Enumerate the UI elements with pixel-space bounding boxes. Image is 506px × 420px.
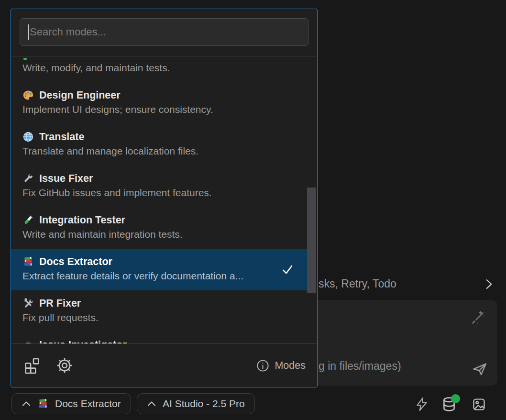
- mode-description: Extract feature details or verify docume…: [22, 270, 296, 282]
- mode-item-integration-tester[interactable]: Integration Tester Write and maintain in…: [11, 207, 307, 249]
- mode-description: Write and maintain integration tests.: [22, 228, 296, 241]
- palette-icon: [22, 89, 34, 101]
- chevron-right-icon[interactable]: [482, 276, 495, 292]
- scrollbar-thumb[interactable]: [307, 188, 316, 293]
- mode-picker-popover: Write, modify, and maintain tests. Desig…: [11, 9, 318, 387]
- mode-name: PR Fixer: [39, 298, 81, 309]
- model-pill-label: AI Studio - 2.5 Pro: [163, 398, 245, 409]
- mode-description: Implement UI designs; ensure consistency…: [22, 103, 296, 116]
- popover-footer: Modes: [11, 344, 317, 387]
- hammer-wrench-icon: [22, 298, 34, 309]
- mode-item-issue-fixer[interactable]: Issue Fixer Fix GitHub issues and implem…: [11, 166, 307, 207]
- chevron-up-icon: [147, 400, 156, 407]
- books-icon: [37, 398, 49, 409]
- chat-input[interactable]: g in files/images): [287, 300, 497, 386]
- mode-selector-pill[interactable]: Docs Extractor: [11, 393, 131, 414]
- enhance-prompt-wand-icon[interactable]: [470, 310, 486, 326]
- mode-item-clipped-top[interactable]: Write, modify, and maintain tests.: [11, 56, 307, 82]
- info-icon: [256, 359, 270, 373]
- auto-approve-lightning-icon[interactable]: [414, 396, 429, 412]
- model-selector-pill[interactable]: AI Studio - 2.5 Pro: [137, 393, 255, 414]
- mode-pill-label: Docs Extractor: [55, 398, 121, 409]
- mode-description: Fix GitHub issues and implement features…: [22, 187, 296, 199]
- mode-description: Fix pull requests.: [22, 311, 296, 324]
- detective-icon: [22, 339, 34, 344]
- gear-icon[interactable]: [55, 356, 74, 375]
- mode-item-translate[interactable]: Translate Translate and manage localizat…: [11, 124, 307, 166]
- status-dot: [451, 394, 460, 403]
- modes-label: Modes: [275, 360, 306, 372]
- app-window: sks, Retry, Todo g in files/images): [0, 0, 506, 420]
- mode-name: Translate: [39, 131, 84, 143]
- mode-item-docs-extractor[interactable]: Docs Extractor Extract feature details o…: [11, 249, 307, 290]
- context-condense-row[interactable]: sks, Retry, Todo: [306, 276, 497, 295]
- test-tube-icon: [22, 214, 34, 226]
- modes-info[interactable]: Modes: [256, 359, 306, 373]
- mode-description: Write, modify, and maintain tests.: [22, 62, 296, 74]
- globe-icon: [22, 131, 34, 143]
- send-icon[interactable]: [472, 361, 488, 377]
- search-field-wrap: [20, 18, 308, 46]
- mode-item-issue-investigator[interactable]: Issue Investigator: [11, 332, 307, 344]
- chat-input-placeholder: g in files/images): [319, 360, 401, 373]
- mode-name: Design Engineer: [39, 89, 121, 101]
- chevron-up-icon: [22, 400, 31, 407]
- mode-name: Issue Investigator: [39, 339, 127, 344]
- mode-description: Translate and manage localization files.: [22, 145, 296, 157]
- mode-list-scroll: Write, modify, and maintain tests. Desig…: [11, 56, 317, 344]
- marketplace-button[interactable]: [22, 356, 42, 375]
- mode-name: Docs Extractor: [39, 256, 112, 268]
- mode-item-pr-fixer[interactable]: PR Fixer Fix pull requests.: [11, 290, 307, 332]
- check-icon: [280, 262, 295, 276]
- mode-list: Write, modify, and maintain tests. Desig…: [11, 56, 317, 344]
- mode-name: Issue Fixer: [39, 173, 93, 185]
- mode-item-design-engineer[interactable]: Design Engineer Implement UI designs; en…: [11, 82, 307, 124]
- books-icon: [22, 256, 34, 267]
- mode-name: Integration Tester: [39, 214, 125, 226]
- wrench-icon: [22, 173, 34, 184]
- test-tube-icon: [23, 58, 27, 60]
- image-icon[interactable]: [472, 397, 486, 412]
- context-row-text: sks, Retry, Todo: [319, 277, 396, 290]
- search-input[interactable]: [20, 18, 308, 46]
